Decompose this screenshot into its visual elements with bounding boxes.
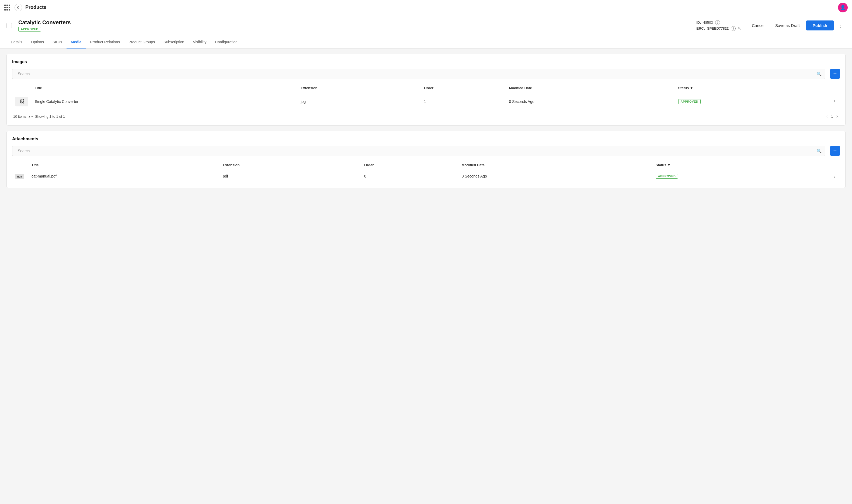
erc-help-icon[interactable]: ? — [731, 26, 736, 31]
product-status-badge: APPROVED — [18, 27, 41, 32]
add-image-button[interactable]: + — [830, 69, 840, 79]
att-row-actions[interactable]: ⋮ — [829, 170, 840, 183]
att-status-cell: APPROVED — [652, 170, 829, 183]
tab-configuration[interactable]: Configuration — [211, 36, 242, 49]
attachments-table: Title Extension Order Modified Date Stat… — [12, 160, 840, 182]
back-arrow-icon — [17, 6, 20, 9]
images-pagination: 10 items ▲▼ Showing 1 to 1 of 1 ‹ 1 › — [12, 110, 840, 120]
attachments-search-bar: 🔍 — [12, 146, 825, 156]
user-icon: 👤 — [840, 5, 846, 10]
col-actions — [829, 83, 840, 93]
add-attachment-button[interactable]: + — [830, 146, 840, 156]
id-label: ID: — [696, 20, 701, 24]
attachments-search-input[interactable] — [16, 146, 816, 156]
next-page-button[interactable]: › — [835, 113, 839, 120]
col-modified-date: Modified Date — [506, 83, 675, 93]
att-col-order: Order — [361, 160, 458, 170]
erc-label: ERC: — [696, 26, 705, 31]
tab-media[interactable]: Media — [67, 36, 86, 49]
erc-row: ERC: SPEED77822 ? ✎ — [696, 26, 741, 31]
prev-page-button[interactable]: ‹ — [825, 113, 829, 120]
att-col-modified-date: Modified Date — [458, 160, 652, 170]
images-section: Images 🔍 + Title Extension Order Modifie… — [6, 54, 846, 126]
images-search-input[interactable] — [16, 69, 816, 79]
avatar[interactable]: 👤 — [838, 3, 848, 12]
image-icon: 🖼 — [19, 99, 24, 105]
product-id-row: ID: 48503 ? — [696, 20, 741, 25]
images-table: Title Extension Order Modified Date Stat… — [12, 83, 840, 110]
product-ids: ID: 48503 ? ERC: SPEED77822 ? ✎ — [696, 20, 741, 31]
pagination-left: 10 items ▲▼ Showing 1 to 1 of 1 — [13, 114, 65, 119]
attachments-section: Attachments 🔍 + Title Extension Order Mo… — [6, 131, 846, 188]
items-count: 10 items — [13, 114, 26, 119]
erc-value: SPEED77822 — [707, 26, 729, 31]
att-status-sort-icon: ▼ — [667, 163, 671, 167]
col-thumb — [12, 83, 32, 93]
image-status-cell: APPROVED — [675, 93, 829, 110]
att-order-cell: 0 — [361, 170, 458, 183]
image-row-actions[interactable]: ⋮ — [829, 93, 840, 110]
tab-product-relations[interactable]: Product Relations — [86, 36, 124, 49]
att-date-cell: 0 Seconds Ago — [458, 170, 652, 183]
id-help-icon[interactable]: ? — [715, 20, 720, 25]
showing-text: Showing 1 to 1 of 1 — [35, 114, 65, 119]
table-row: nua cat-manual.pdf pdf 0 0 Seconds Ago A… — [12, 170, 840, 183]
col-status[interactable]: Status ▼ — [675, 83, 829, 93]
att-col-status[interactable]: Status ▼ — [652, 160, 829, 170]
att-thumb-cell: nua — [12, 170, 28, 183]
image-status-badge: APPROVED — [678, 99, 701, 104]
images-section-title: Images — [12, 59, 840, 65]
id-value: 48503 — [703, 20, 713, 24]
current-page: 1 — [831, 114, 833, 119]
product-name: Catalytic Converters — [18, 19, 683, 25]
table-row: 🖼 Single Catalytic Converter jpg 1 0 Sec… — [12, 93, 840, 110]
image-date-cell: 0 Seconds Ago — [506, 93, 675, 110]
images-search-row: 🔍 + — [12, 69, 840, 79]
header-actions: Cancel Save as Draft Publish ⋮ — [747, 20, 846, 31]
images-search-bar: 🔍 — [12, 69, 825, 79]
product-header: Catalytic Converters APPROVED ID: 48503 … — [0, 15, 852, 36]
items-count-caret[interactable]: ▲▼ — [28, 115, 33, 118]
top-navigation: Products 👤 — [0, 0, 852, 15]
col-extension: Extension — [297, 83, 421, 93]
publish-button[interactable]: Publish — [806, 20, 834, 31]
add-icon: + — [833, 70, 837, 77]
image-order-cell: 1 — [421, 93, 506, 110]
status-sort-icon: ▼ — [690, 86, 693, 90]
tab-options[interactable]: Options — [27, 36, 48, 49]
tab-subscription[interactable]: Subscription — [159, 36, 188, 49]
image-title-cell: Single Catalytic Converter — [32, 93, 297, 110]
image-thumbnail: 🖼 — [15, 97, 28, 106]
tab-visibility[interactable]: Visibility — [188, 36, 211, 49]
main-content: Images 🔍 + Title Extension Order Modifie… — [0, 49, 852, 199]
tab-skus[interactable]: SKUs — [48, 36, 67, 49]
save-draft-button[interactable]: Save as Draft — [771, 21, 804, 30]
images-search-icon: 🔍 — [816, 71, 822, 76]
col-title: Title — [32, 83, 297, 93]
att-extension-cell: pdf — [219, 170, 361, 183]
back-button[interactable] — [15, 4, 22, 11]
att-col-extension: Extension — [219, 160, 361, 170]
cancel-button[interactable]: Cancel — [747, 21, 769, 30]
pagination-right: ‹ 1 › — [825, 113, 839, 120]
grid-menu-icon[interactable] — [4, 4, 10, 11]
tab-bar: Details Options SKUs Media Product Relat… — [0, 36, 852, 49]
attachments-search-icon: 🔍 — [816, 148, 822, 154]
image-extension-cell: jpg — [297, 93, 421, 110]
page-title: Products — [25, 4, 838, 10]
add-attachment-icon: + — [833, 147, 837, 154]
att-title-cell: cat-manual.pdf — [28, 170, 219, 183]
attachments-search-row: 🔍 + — [12, 146, 840, 156]
attachment-file-thumb: nua — [15, 174, 24, 179]
attachments-section-title: Attachments — [12, 137, 840, 141]
more-options-button[interactable]: ⋮ — [836, 21, 846, 30]
select-checkbox[interactable] — [6, 23, 12, 28]
product-info: Catalytic Converters APPROVED — [18, 19, 683, 32]
att-col-title: Title — [28, 160, 219, 170]
att-status-badge: APPROVED — [656, 174, 678, 179]
erc-edit-icon[interactable]: ✎ — [738, 26, 741, 31]
tab-product-groups[interactable]: Product Groups — [124, 36, 159, 49]
att-col-actions — [829, 160, 840, 170]
tab-details[interactable]: Details — [6, 36, 27, 49]
more-vert-icon: ⋮ — [838, 23, 844, 29]
